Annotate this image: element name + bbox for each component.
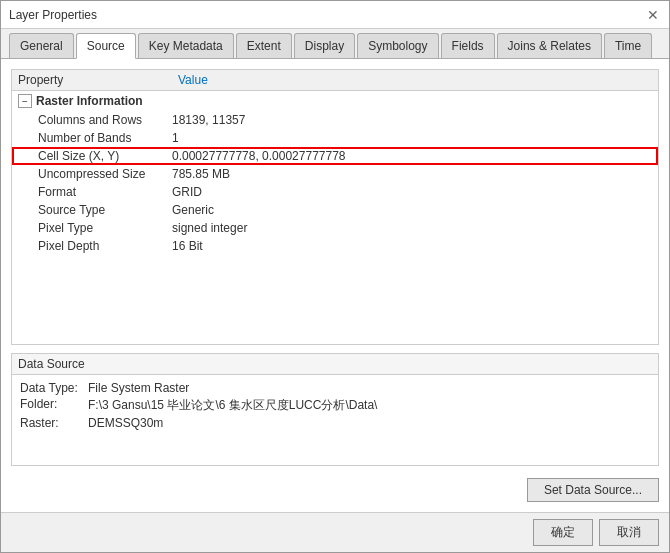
layer-properties-window: Layer Properties ✕ General Source Key Me… — [0, 0, 670, 553]
ds-label: Data Type: — [20, 381, 80, 395]
set-datasource-row: Set Data Source... — [11, 478, 659, 502]
data-source-body: Data Type: File System Raster Folder: F:… — [12, 375, 658, 465]
property-value: GRID — [172, 185, 652, 199]
window-title: Layer Properties — [9, 8, 97, 22]
property-value: Generic — [172, 203, 652, 217]
ds-row: Folder: F:\3 Gansu\15 毕业论文\6 集水区尺度LUCC分析… — [20, 397, 650, 414]
raster-info-header: − Raster Information — [12, 91, 658, 111]
table-row: Pixel Depth 16 Bit — [12, 237, 658, 255]
property-label: Uncompressed Size — [38, 167, 172, 181]
tab-time[interactable]: Time — [604, 33, 652, 58]
tab-display[interactable]: Display — [294, 33, 355, 58]
ds-label: Folder: — [20, 397, 80, 414]
set-data-source-button[interactable]: Set Data Source... — [527, 478, 659, 502]
tab-fields[interactable]: Fields — [441, 33, 495, 58]
property-label: Columns and Rows — [38, 113, 172, 127]
tab-key-metadata[interactable]: Key Metadata — [138, 33, 234, 58]
property-value: 785.85 MB — [172, 167, 652, 181]
tabs-bar: General Source Key Metadata Extent Displ… — [1, 29, 669, 59]
property-label: Source Type — [38, 203, 172, 217]
tab-general[interactable]: General — [9, 33, 74, 58]
property-value: 18139, 11357 — [172, 113, 652, 127]
ds-value: File System Raster — [88, 381, 650, 395]
property-label: Cell Size (X, Y) — [38, 149, 172, 163]
table-row: Pixel Type signed integer — [12, 219, 658, 237]
ds-label: Raster: — [20, 416, 80, 430]
footer-bar: 确定 取消 — [1, 512, 669, 552]
property-value: 1 — [172, 131, 652, 145]
cancel-button[interactable]: 取消 — [599, 519, 659, 546]
ds-row: Data Type: File System Raster — [20, 381, 650, 395]
section-title: Raster Information — [36, 94, 143, 108]
ds-value: DEMSSQ30m — [88, 416, 650, 430]
table-row: Uncompressed Size 785.85 MB — [12, 165, 658, 183]
header-value: Value — [178, 73, 652, 87]
tab-source[interactable]: Source — [76, 33, 136, 59]
property-label: Pixel Depth — [38, 239, 172, 253]
table-header: Property Value — [12, 70, 658, 91]
close-button[interactable]: ✕ — [645, 7, 661, 23]
property-label: Format — [38, 185, 172, 199]
property-value: signed integer — [172, 221, 652, 235]
tab-symbology[interactable]: Symbology — [357, 33, 438, 58]
property-label: Number of Bands — [38, 131, 172, 145]
table-row: Number of Bands 1 — [12, 129, 658, 147]
title-bar: Layer Properties ✕ — [1, 1, 669, 29]
table-body: − Raster Information Columns and Rows 18… — [12, 91, 658, 344]
property-value: 0.00027777778, 0.00027777778 — [172, 149, 652, 163]
ds-row: Raster: DEMSSQ30m — [20, 416, 650, 430]
property-label: Pixel Type — [38, 221, 172, 235]
table-row-highlighted: Cell Size (X, Y) 0.00027777778, 0.000277… — [12, 147, 658, 165]
table-row: Format GRID — [12, 183, 658, 201]
ok-button[interactable]: 确定 — [533, 519, 593, 546]
property-table: Property Value − Raster Information Colu… — [11, 69, 659, 345]
expand-icon[interactable]: − — [18, 94, 32, 108]
table-row: Source Type Generic — [12, 201, 658, 219]
tab-extent[interactable]: Extent — [236, 33, 292, 58]
data-source-section: Data Source Data Type: File System Raste… — [11, 353, 659, 466]
tab-joins-relates[interactable]: Joins & Relates — [497, 33, 602, 58]
property-value: 16 Bit — [172, 239, 652, 253]
header-property: Property — [18, 73, 178, 87]
data-source-header: Data Source — [12, 354, 658, 375]
main-content: Property Value − Raster Information Colu… — [1, 59, 669, 512]
ds-value: F:\3 Gansu\15 毕业论文\6 集水区尺度LUCC分析\Data\ — [88, 397, 650, 414]
table-row: Columns and Rows 18139, 11357 — [12, 111, 658, 129]
